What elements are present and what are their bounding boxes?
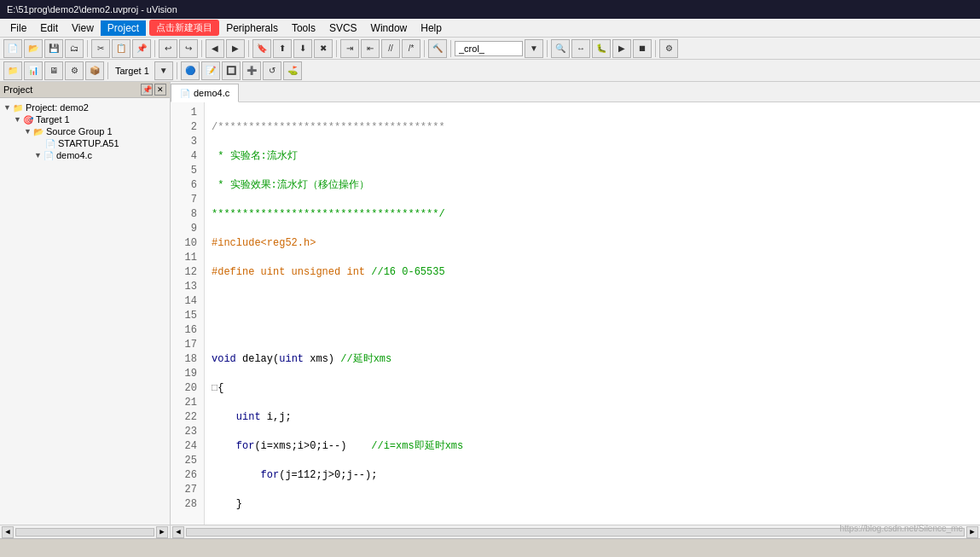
menu-view[interactable]: View (65, 20, 101, 36)
ln-9: 9 (174, 222, 197, 236)
file1-label: STARTUP.A51 (58, 138, 119, 148)
code-container: 1 2 3 4 5 6 7 8 9 10 11 12 13 14 15 16 1… (171, 102, 980, 525)
menu-peripherals[interactable]: Peripherals (219, 20, 285, 36)
code-line-1: /************************************* (212, 120, 973, 135)
bookmark-btn[interactable]: 🔖 (252, 39, 271, 58)
paste-btn[interactable]: 📌 (132, 39, 151, 58)
code-line-2: * 实验名:流水灯 (212, 149, 973, 164)
title-text: E:\51prog\demo2\demo2.uvproj - uVision (7, 4, 177, 15)
bm-prev-btn[interactable]: ⬆ (273, 39, 292, 58)
proj-scroll-track[interactable] (15, 528, 154, 537)
db4-btn[interactable]: ➕ (242, 61, 261, 80)
ln-22: 22 (174, 410, 197, 425)
cut-btn[interactable]: ✂ (91, 39, 110, 58)
target-sel-btn[interactable]: ▼ (154, 61, 173, 80)
code-line-7 (212, 294, 973, 309)
tree-file-startup[interactable]: ▶ 📄 STARTUP.A51 (0, 137, 170, 149)
target-arrow: ▼ (14, 115, 21, 124)
nav-back-btn[interactable]: ◀ (206, 39, 224, 58)
bottom-scrollbar: ◀ ▶ ◀ ▶ (0, 525, 980, 538)
build-btn[interactable]: 🔨 (428, 39, 447, 58)
ln-7: 7 (174, 193, 197, 207)
code-line-3: * 实验效果:流水灯（移位操作） (212, 178, 973, 193)
code-line-14: } (212, 497, 973, 512)
misc-btn[interactable]: 📦 (85, 61, 104, 80)
ln-12: 12 (174, 265, 197, 280)
ln-5: 5 (174, 164, 197, 178)
tab-demo4[interactable]: 📄 demo4.c (171, 84, 239, 102)
comment-btn[interactable]: // (381, 39, 400, 58)
proj-scroll-right[interactable]: ▶ (156, 526, 168, 538)
sg-label: Source Group 1 (46, 126, 113, 136)
status-bar (0, 538, 980, 557)
menu-help[interactable]: Help (414, 20, 449, 36)
tree-source-group[interactable]: ▼ 📂 Source Group 1 (0, 125, 170, 137)
ln-27: 27 (174, 483, 197, 497)
proj-btn[interactable]: 📁 (3, 61, 22, 80)
reg-btn[interactable]: 📊 (24, 61, 43, 80)
menu-project[interactable]: Project (101, 20, 146, 36)
project-header: Project 📌 ✕ (0, 82, 170, 98)
uncomment-btn[interactable]: /* (402, 39, 420, 58)
sep-1 (87, 40, 88, 57)
code-scroll-right[interactable]: ▶ (966, 526, 978, 538)
run-btn[interactable]: ▶ (612, 39, 631, 58)
save-all-btn[interactable]: 🗂 (65, 39, 84, 58)
replace-btn[interactable]: ↔ (571, 39, 590, 58)
toolbar-2: 📁 📊 🖥 ⚙ 📦 Target 1 ▼ 🔵 📝 🔲 ➕ ↺ ⛳ (0, 60, 980, 82)
ln-2: 2 (174, 120, 197, 135)
menu-svcs[interactable]: SVCS (322, 20, 364, 36)
debug-btn[interactable]: 🐛 (592, 39, 611, 58)
db1-btn[interactable]: 🔵 (181, 61, 200, 80)
opt-btn[interactable]: ⚙ (65, 61, 84, 80)
file2-label: demo4.c (56, 150, 92, 160)
db3-btn[interactable]: 🔲 (222, 61, 241, 80)
close-panel-btn[interactable]: ✕ (154, 84, 166, 96)
menu-file[interactable]: File (3, 20, 33, 36)
ln-6: 6 (174, 178, 197, 193)
target-input[interactable] (455, 41, 523, 56)
open-btn[interactable]: 📂 (24, 39, 43, 58)
code-content[interactable]: /************************************* *… (205, 102, 980, 525)
find-btn[interactable]: 🔍 (551, 39, 570, 58)
project-header-btns: 📌 ✕ (141, 84, 166, 96)
settings-btn[interactable]: ⚙ (659, 39, 678, 58)
db6-btn[interactable]: ⛳ (283, 61, 302, 80)
file1-icon: 📄 (45, 139, 55, 148)
undo-btn[interactable]: ↩ (159, 39, 177, 58)
ln-24: 24 (174, 439, 197, 454)
db2-btn[interactable]: 📝 (201, 61, 220, 80)
ln-15: 15 (174, 309, 197, 323)
menu-edit[interactable]: Edit (33, 20, 65, 36)
code-line-6: #define uint unsigned int //16 0-65535 (212, 265, 973, 280)
proj-scroll-left[interactable]: ◀ (2, 526, 14, 538)
indent-btn[interactable]: ⇥ (340, 39, 359, 58)
unindent-btn[interactable]: ⇤ (361, 39, 380, 58)
copy-btn[interactable]: 📋 (112, 39, 130, 58)
mem-btn[interactable]: 🖥 (44, 61, 63, 80)
menu-tools[interactable]: Tools (285, 20, 322, 36)
tree-target[interactable]: ▼ 🎯 Target 1 (0, 113, 170, 125)
target-drop-btn[interactable]: ▼ (525, 39, 543, 58)
redo-btn[interactable]: ↪ (179, 39, 198, 58)
menu-window[interactable]: Window (364, 20, 415, 36)
project-tree: ▼ 📁 Project: demo2 ▼ 🎯 Target 1 ▼ 📂 Sour… (0, 98, 170, 525)
target-label: Target 1 (115, 66, 149, 76)
file2-icon: 📄 (43, 151, 54, 160)
pin-btn[interactable]: 📌 (141, 84, 153, 96)
target-label-tree: Target 1 (36, 114, 70, 125)
code-line-11: uint i,j; (212, 410, 973, 425)
bm-clear-btn[interactable]: ✖ (314, 39, 333, 58)
tree-root[interactable]: ▼ 📁 Project: demo2 (0, 102, 170, 113)
db5-btn[interactable]: ↺ (263, 61, 281, 80)
save-btn[interactable]: 💾 (44, 39, 63, 58)
new-file-btn[interactable]: 📄 (3, 39, 22, 58)
tree-file-demo4[interactable]: ▼ 📄 demo4.c (0, 149, 170, 161)
code-scroll-left[interactable]: ◀ (172, 526, 184, 538)
file1-expand: ▶ (38, 139, 43, 148)
stop-btn[interactable]: ⏹ (633, 39, 652, 58)
bm-next-btn[interactable]: ⬇ (293, 39, 312, 58)
ln-4: 4 (174, 149, 197, 164)
nav-fwd-btn[interactable]: ▶ (226, 39, 245, 58)
sep-2 (154, 40, 155, 57)
